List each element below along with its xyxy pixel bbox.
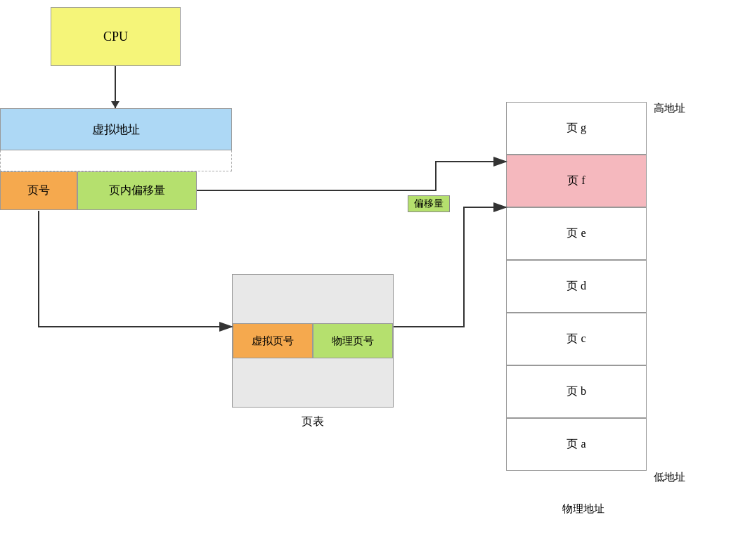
phys-mem-row-6: 页 a — [506, 418, 647, 471]
arrow-cpu-down — [115, 66, 116, 108]
high-address-label: 高地址 — [654, 102, 685, 115]
page-num-label: 页号 — [27, 183, 50, 198]
phys-mem-row-3: 页 d — [506, 260, 647, 313]
page-offset-box: 页内偏移量 — [77, 171, 197, 210]
low-address-label: 低地址 — [654, 471, 685, 484]
physical-memory: 页 g页 f页 e页 d页 c页 b页 a — [506, 102, 647, 471]
phys-mem-row-2: 页 e — [506, 207, 647, 260]
diagram-container: CPU 虚拟地址 页号 页内偏移量 虚拟页号 物理页号 页表 偏移量 页 — [0, 0, 750, 560]
page-table-label: 页表 — [260, 415, 366, 429]
page-table-physical-col: 物理页号 — [313, 323, 393, 358]
phys-mem-row-0: 页 g — [506, 102, 647, 155]
cpu-box: CPU — [51, 7, 181, 66]
page-table-virtual-col: 虚拟页号 — [233, 323, 313, 358]
page-offset-label: 页内偏移量 — [109, 183, 165, 198]
virtual-address-label: 虚拟地址 — [92, 122, 140, 138]
page-table-top-space — [233, 275, 393, 323]
page-table-bottom-space — [233, 358, 393, 407]
phys-mem-row-1: 页 f — [506, 155, 647, 207]
dashed-separator — [0, 150, 232, 171]
page-table-row: 虚拟页号 物理页号 — [233, 323, 393, 358]
offset-label: 偏移量 — [408, 195, 450, 212]
phys-mem-row-4: 页 c — [506, 313, 647, 365]
page-table-box: 虚拟页号 物理页号 — [232, 274, 394, 408]
phys-mem-row-5: 页 b — [506, 365, 647, 418]
cpu-label: CPU — [103, 30, 128, 44]
page-num-box: 页号 — [0, 171, 77, 210]
virtual-address-box: 虚拟地址 — [0, 108, 232, 150]
physical-address-label: 物理地址 — [527, 502, 640, 516]
